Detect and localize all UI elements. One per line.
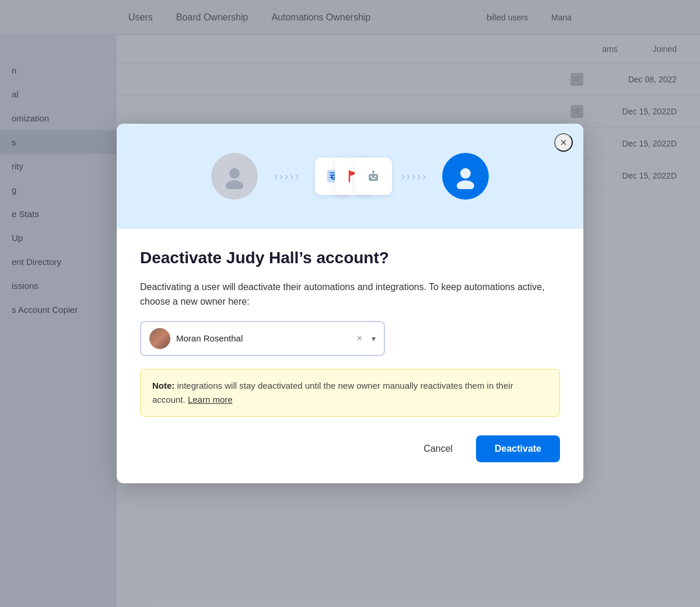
chevron-icon-1: › xyxy=(274,170,278,183)
svg-point-17 xyxy=(372,170,374,173)
note-box: Note: integrations will stay deactivated… xyxy=(140,369,560,417)
modal-hero-banner: › › › › › O xyxy=(117,124,583,229)
modal-overlay: × › › › › › xyxy=(0,0,700,607)
modal-description: Deactivating a user will deactivate thei… xyxy=(140,280,560,309)
owner-clear-button[interactable]: × xyxy=(354,332,366,345)
owner-avatar xyxy=(149,328,170,349)
close-button[interactable]: × xyxy=(554,133,573,152)
svg-rect-15 xyxy=(372,178,375,179)
owner-avatar-image xyxy=(149,328,170,349)
chevron-icon-4: › xyxy=(290,170,293,183)
modal-body: Deactivate Judy Hall’s account? Deactiva… xyxy=(117,229,583,483)
svg-point-5 xyxy=(226,180,243,189)
bot-integration-icon xyxy=(355,158,392,195)
note-bold: Note: xyxy=(152,381,174,390)
learn-more-link[interactable]: Learn more xyxy=(188,395,233,404)
modal-footer: Cancel Deactivate xyxy=(140,433,560,462)
chevron-icon-6: › xyxy=(401,170,405,183)
chevron-icon-2: › xyxy=(279,170,283,183)
svg-point-19 xyxy=(457,180,474,189)
svg-point-4 xyxy=(229,168,240,179)
source-user-avatar xyxy=(211,153,258,200)
modal-title: Deactivate Judy Hall’s account? xyxy=(140,247,560,268)
svg-rect-14 xyxy=(374,176,376,177)
svg-rect-13 xyxy=(370,176,372,177)
forward-arrows-left: › › › › › xyxy=(274,170,299,183)
chevron-icon-8: › xyxy=(412,170,415,183)
integration-icons-stack: O xyxy=(315,155,385,197)
deactivate-modal: × › › › › › xyxy=(117,124,583,483)
chevron-icon-3: › xyxy=(285,170,288,183)
chevron-down-icon: ▾ xyxy=(372,334,376,343)
chevron-icon-5: › xyxy=(295,170,299,183)
owner-select-dropdown[interactable]: Moran Rosenthal × ▾ xyxy=(140,321,385,356)
deactivate-button[interactable]: Deactivate xyxy=(476,435,560,462)
forward-arrows-right: › › › › › xyxy=(401,170,426,183)
owner-name-label: Moran Rosenthal xyxy=(176,333,348,343)
target-user-avatar xyxy=(442,153,489,200)
chevron-icon-10: › xyxy=(422,170,426,183)
svg-rect-12 xyxy=(369,174,378,181)
chevron-icon-7: › xyxy=(407,170,410,183)
cancel-button[interactable]: Cancel xyxy=(410,437,467,461)
svg-point-18 xyxy=(460,168,471,179)
chevron-icon-9: › xyxy=(417,170,421,183)
